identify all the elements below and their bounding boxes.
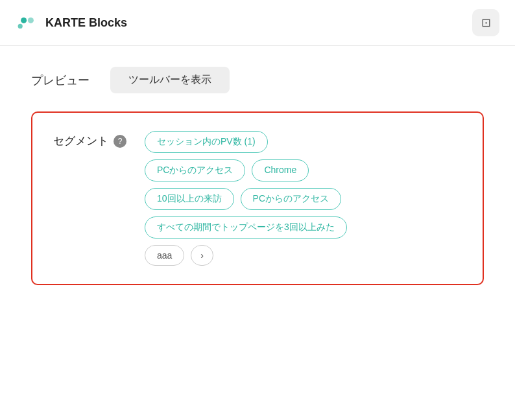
help-icon-text: ? bbox=[118, 137, 123, 146]
app-title: KARTE Blocks bbox=[45, 16, 127, 30]
tag-arrow[interactable]: › bbox=[191, 245, 213, 266]
main-content: プレビュー ツールバーを表示 セグメント ? セッション内のPV数 (1) PC… bbox=[0, 46, 515, 306]
cursor-button[interactable]: ⊡ bbox=[472, 9, 499, 36]
tags-row-2: PCからのアクセス Chrome bbox=[145, 159, 462, 181]
tag-visits[interactable]: 10回以上の来訪 bbox=[145, 188, 234, 210]
svg-point-0 bbox=[21, 18, 27, 23]
segment-label: セグメント bbox=[53, 134, 108, 148]
header-left: KARTE Blocks bbox=[16, 11, 127, 34]
tag-pc-access-2[interactable]: PCからのアクセス bbox=[241, 188, 341, 210]
tags-row-3: 10回以上の来訪 PCからのアクセス bbox=[145, 188, 462, 210]
tag-top-page[interactable]: すべての期間でトップページを3回以上みた bbox=[145, 216, 347, 239]
header: KARTE Blocks ⊡ bbox=[0, 0, 515, 46]
help-icon[interactable]: ? bbox=[114, 135, 126, 148]
tag-aaa[interactable]: aaa bbox=[145, 245, 184, 266]
tags-area: セッション内のPV数 (1) PCからのアクセス Chrome 10回以上の来訪… bbox=[145, 131, 462, 266]
tag-chrome[interactable]: Chrome bbox=[252, 159, 309, 181]
tags-row-5: aaa › bbox=[145, 245, 462, 266]
karte-logo-icon bbox=[16, 11, 39, 34]
tag-pc-access-1[interactable]: PCからのアクセス bbox=[145, 159, 245, 181]
segment-box: セグメント ? セッション内のPV数 (1) PCからのアクセス Chrome … bbox=[31, 111, 484, 285]
tags-row-4: すべての期間でトップページを3回以上みた bbox=[145, 216, 462, 239]
tag-pv[interactable]: セッション内のPV数 (1) bbox=[145, 131, 268, 153]
cursor-icon: ⊡ bbox=[481, 16, 491, 30]
svg-point-2 bbox=[18, 24, 23, 29]
show-toolbar-button[interactable]: ツールバーを表示 bbox=[110, 67, 230, 93]
svg-point-1 bbox=[28, 18, 34, 23]
segment-label-row: セグメント ? bbox=[53, 131, 126, 148]
tags-row-1: セッション内のPV数 (1) bbox=[145, 131, 462, 153]
preview-label: プレビュー bbox=[31, 73, 90, 88]
preview-row: プレビュー ツールバーを表示 bbox=[31, 67, 484, 93]
